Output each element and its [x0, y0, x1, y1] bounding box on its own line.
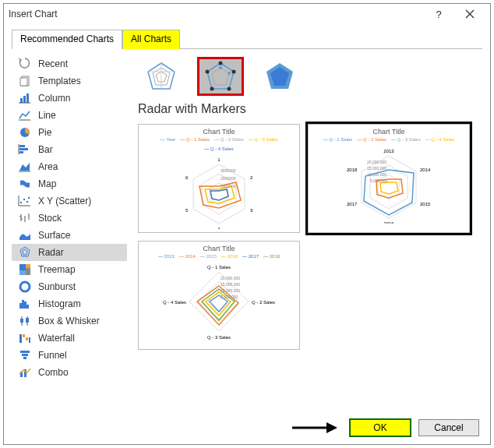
treemap-icon	[18, 263, 32, 276]
svg-text:2017: 2017	[347, 202, 358, 206]
sidebar-item-sunburst[interactable]: Sunburst	[12, 278, 127, 295]
bar-icon	[18, 143, 32, 156]
histogram-icon	[18, 298, 32, 310]
sidebar-item-label: Box & Whisker	[38, 316, 100, 326]
preview-title: Chart Title	[372, 128, 404, 136]
tab-recommended[interactable]: Recommended Charts	[12, 30, 122, 49]
sidebar-item-waterfall[interactable]: Waterfall	[12, 330, 127, 347]
svg-rect-30	[26, 264, 30, 268]
sidebar-item-radar[interactable]: Radar	[12, 244, 127, 261]
svg-rect-43	[19, 334, 22, 343]
line-icon	[18, 109, 32, 122]
combo-icon	[18, 366, 32, 379]
svg-text:20,000,000: 20,000,000	[221, 276, 240, 280]
svg-point-19	[28, 197, 30, 199]
sidebar-item-map[interactable]: Map	[12, 175, 127, 192]
radar-preview-svg: Q - 1 Sales Q - 2 Sales Q - 3 Sales Q - …	[157, 259, 281, 340]
sidebar-item-treemap[interactable]: Treemap	[12, 261, 127, 278]
sidebar-item-templates[interactable]: Templates	[12, 72, 127, 90]
svg-text:Q - 1 Sales: Q - 1 Sales	[207, 265, 231, 270]
tab-all-charts[interactable]: All Charts	[122, 30, 180, 49]
scatter-icon	[18, 195, 32, 207]
svg-point-16	[20, 202, 22, 203]
svg-rect-37	[24, 302, 26, 309]
svg-text:20,000,000: 20,000,000	[367, 160, 386, 164]
svg-text:5,000,000: 5,000,000	[221, 295, 238, 299]
svg-text:5,000,000: 5,000,000	[370, 178, 387, 183]
svg-rect-40	[20, 319, 23, 323]
column-icon	[18, 92, 32, 104]
sidebar-item-pie[interactable]: Pie	[12, 124, 127, 141]
sidebar-item-label: Funnel	[38, 350, 67, 361]
svg-rect-4	[20, 98, 23, 103]
sidebar-item-area[interactable]: Area	[12, 158, 127, 175]
subtype-radar[interactable]	[138, 57, 185, 96]
recent-icon	[18, 58, 32, 70]
svg-point-59	[219, 62, 223, 65]
sidebar-item-stock[interactable]: Stock	[12, 210, 127, 227]
subtype-radar-filled[interactable]	[256, 57, 303, 96]
window-title: Insert Chart	[9, 9, 58, 19]
svg-rect-42	[26, 318, 29, 323]
svg-rect-49	[23, 357, 26, 359]
svg-text:2013: 2013	[383, 149, 394, 153]
preview-1[interactable]: Chart Title Year Q - 1 Sales Q - 2 Sales…	[138, 124, 300, 233]
svg-point-62	[210, 87, 214, 91]
radar-preview-svg: 2013 2014 2015 2016 2017 2018 20,000,000…	[326, 142, 451, 224]
radar-preview-svg: 1 2 3 4 5 6 3000000 2000000 1000000	[161, 151, 277, 229]
sidebar-item-recent[interactable]: Recent	[12, 55, 127, 72]
svg-point-63	[206, 70, 210, 74]
svg-point-65	[228, 72, 231, 75]
preview-3[interactable]: Chart Title 2013 2014 2015 2016 2017 201…	[138, 241, 300, 350]
sidebar-item-label: Recent	[38, 58, 68, 69]
svg-rect-36	[22, 300, 24, 309]
svg-text:15,000,000: 15,000,000	[367, 166, 386, 171]
sidebar-item-surface[interactable]: Surface	[12, 227, 127, 244]
subtype-radar-markers[interactable]	[197, 57, 244, 96]
svg-marker-73	[210, 189, 228, 200]
sidebar-item-label: Combo	[38, 367, 69, 378]
sidebar-item-label: Pie	[38, 127, 51, 138]
svg-point-60	[232, 70, 236, 74]
sidebar-item-label: Templates	[38, 76, 81, 86]
templates-icon	[18, 75, 32, 87]
sidebar-item-funnel[interactable]: Funnel	[12, 347, 127, 364]
svg-rect-47	[20, 351, 30, 353]
help-button[interactable]: ?	[423, 4, 454, 24]
svg-rect-6	[26, 93, 29, 103]
funnel-icon	[18, 349, 32, 362]
sidebar-item-histogram[interactable]: Histogram	[12, 295, 127, 312]
preview-title: Chart Title	[203, 245, 235, 252]
titlebar: Insert Chart ?	[4, 4, 490, 24]
svg-text:10,000,000: 10,000,000	[367, 172, 386, 177]
sidebar-item-bar[interactable]: Bar	[12, 141, 127, 158]
svg-text:15,000,000: 15,000,000	[221, 282, 240, 287]
sidebar-item-column[interactable]: Column	[12, 90, 127, 107]
svg-text:1: 1	[217, 157, 221, 162]
sidebar-item-line[interactable]: Line	[12, 107, 127, 124]
surface-icon	[18, 229, 32, 242]
cancel-button[interactable]: Cancel	[418, 419, 479, 436]
sidebar-item-combo[interactable]: Combo	[12, 364, 127, 381]
svg-text:Q - 4 Sales: Q - 4 Sales	[163, 300, 186, 305]
sidebar-item-label: Map	[38, 178, 56, 189]
svg-marker-88	[380, 182, 398, 194]
close-button[interactable]	[454, 4, 485, 24]
sidebar-item-label: Line	[38, 110, 56, 121]
svg-point-18	[26, 201, 28, 203]
subtype-row	[138, 57, 478, 96]
sunburst-icon	[18, 280, 32, 293]
sidebar-item-boxwhisker[interactable]: Box & Whisker	[12, 312, 127, 330]
stock-icon	[18, 212, 32, 224]
sidebar-item-label: Histogram	[38, 298, 81, 309]
sidebar-item-label: Surface	[38, 230, 70, 241]
preview-2[interactable]: Chart Title Q - 1 Sales Q - 2 Sales Q - …	[308, 124, 470, 233]
preview-grid: Chart Title Year Q - 1 Sales Q - 2 Sales…	[138, 124, 478, 350]
svg-text:5: 5	[185, 208, 189, 213]
ok-button[interactable]: OK	[350, 419, 411, 436]
boxwhisker-icon	[18, 315, 32, 327]
svg-rect-3	[20, 78, 27, 86]
svg-text:Q - 2 Sales: Q - 2 Sales	[252, 300, 275, 305]
sidebar-item-scatter[interactable]: X Y (Scatter)	[12, 192, 127, 210]
svg-rect-11	[19, 148, 28, 150]
